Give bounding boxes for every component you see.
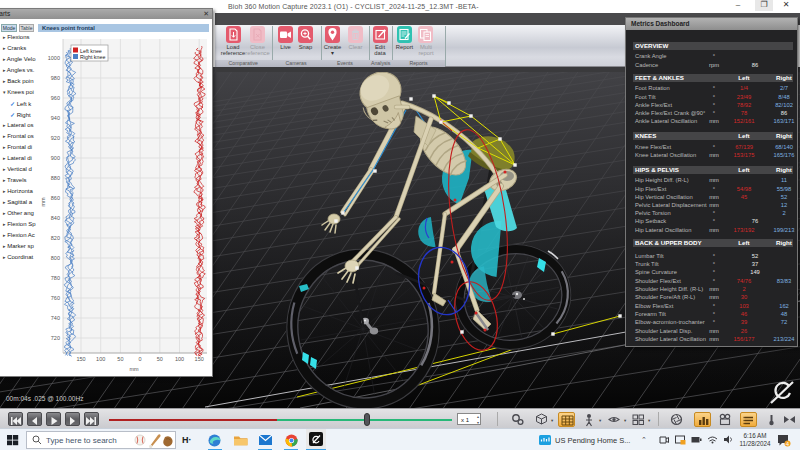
svg-text:0: 0 xyxy=(139,356,142,362)
svg-text:100: 100 xyxy=(175,356,184,362)
svg-text:00m:04s .025 @ 100.00Hz: 00m:04s .025 @ 100.00Hz xyxy=(6,395,83,402)
svg-text:800: 800 xyxy=(51,255,60,261)
svg-text:960: 960 xyxy=(51,95,60,101)
svg-text:780: 780 xyxy=(51,275,60,281)
svg-text:920: 920 xyxy=(51,135,60,141)
svg-text:Left knee: Left knee xyxy=(80,48,102,54)
svg-text:150: 150 xyxy=(195,356,204,362)
svg-text:100: 100 xyxy=(96,356,105,362)
svg-text:740: 740 xyxy=(51,315,60,321)
svg-text:1000: 1000 xyxy=(48,55,60,61)
svg-text:150: 150 xyxy=(76,356,85,362)
svg-text:760: 760 xyxy=(51,295,60,301)
svg-text:Right knee: Right knee xyxy=(80,54,105,60)
svg-text:mm: mm xyxy=(40,197,46,207)
svg-text:840: 840 xyxy=(51,215,60,221)
svg-text:720: 720 xyxy=(51,335,60,341)
svg-text:mm: mm xyxy=(129,366,139,372)
svg-text:50: 50 xyxy=(157,356,163,362)
svg-text:860: 860 xyxy=(51,195,60,201)
svg-text:820: 820 xyxy=(51,235,60,241)
svg-text:940: 940 xyxy=(51,115,60,121)
svg-text:900: 900 xyxy=(51,155,60,161)
svg-text:980: 980 xyxy=(51,75,60,81)
svg-text:880: 880 xyxy=(51,175,60,181)
svg-text:50: 50 xyxy=(117,356,123,362)
